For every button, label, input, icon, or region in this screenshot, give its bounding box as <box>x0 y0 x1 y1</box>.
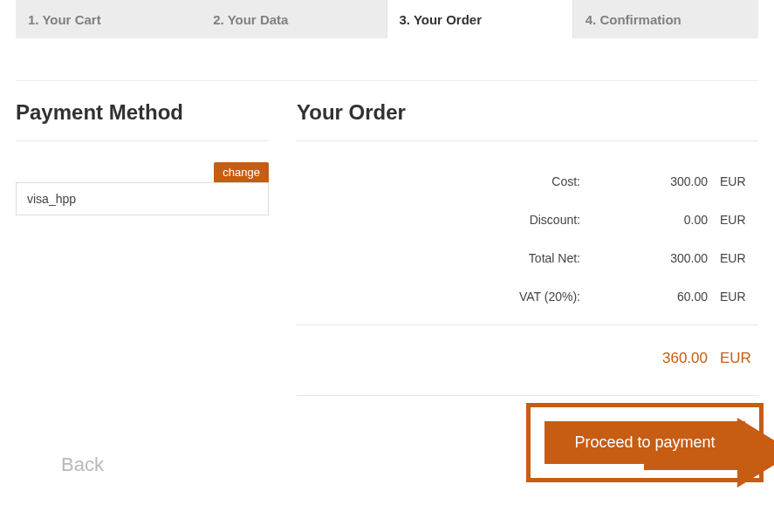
divider <box>297 324 758 325</box>
order-row-amount: 300.00 <box>598 251 720 265</box>
tab-your-data[interactable]: 2. Your Data <box>201 0 386 38</box>
order-total-currency: EUR <box>720 350 758 367</box>
order-row-cost: Cost: 300.00 EUR <box>297 162 758 201</box>
order-row-amount: 0.00 <box>598 213 720 227</box>
divider <box>16 140 269 141</box>
proceed-highlight-box: Proceed to payment <box>526 403 764 482</box>
order-row-currency: EUR <box>720 213 758 227</box>
checkout-tabs: 1. Your Cart 2. Your Data 3. Your Order … <box>16 0 758 38</box>
order-row-label: Cost: <box>297 174 598 188</box>
divider <box>297 395 758 396</box>
back-button[interactable]: Back <box>56 447 109 483</box>
change-payment-button[interactable]: change <box>214 162 269 182</box>
your-order-heading: Your Order <box>297 100 758 125</box>
order-row-amount: 300.00 <box>598 174 720 188</box>
order-row-total: 360.00 EUR <box>297 331 758 386</box>
order-row-amount: 60.00 <box>598 290 720 304</box>
order-summary-table: Cost: 300.00 EUR Discount: 0.00 EUR Tota… <box>297 162 758 396</box>
tab-your-order[interactable]: 3. Your Order <box>387 0 573 38</box>
payment-method-value: visa_hpp <box>16 182 269 215</box>
order-row-vat: VAT (20%): 60.00 EUR <box>297 277 758 316</box>
order-row-label: VAT (20%): <box>297 290 598 304</box>
tab-confirmation[interactable]: 4. Confirmation <box>573 0 758 38</box>
order-row-currency: EUR <box>720 251 758 265</box>
divider <box>297 140 758 141</box>
order-total-amount: 360.00 <box>598 350 720 367</box>
order-row-label: Total Net: <box>297 251 598 265</box>
tab-your-cart[interactable]: 1. Your Cart <box>16 0 201 38</box>
payment-method-heading: Payment Method <box>16 100 269 125</box>
order-row-total-net: Total Net: 300.00 EUR <box>297 239 758 277</box>
order-row-discount: Discount: 0.00 EUR <box>297 201 758 239</box>
order-row-currency: EUR <box>720 290 758 304</box>
proceed-to-payment-button[interactable]: Proceed to payment <box>545 421 745 464</box>
divider <box>16 80 758 81</box>
order-row-label: Discount: <box>297 213 598 227</box>
order-row-currency: EUR <box>720 174 758 188</box>
